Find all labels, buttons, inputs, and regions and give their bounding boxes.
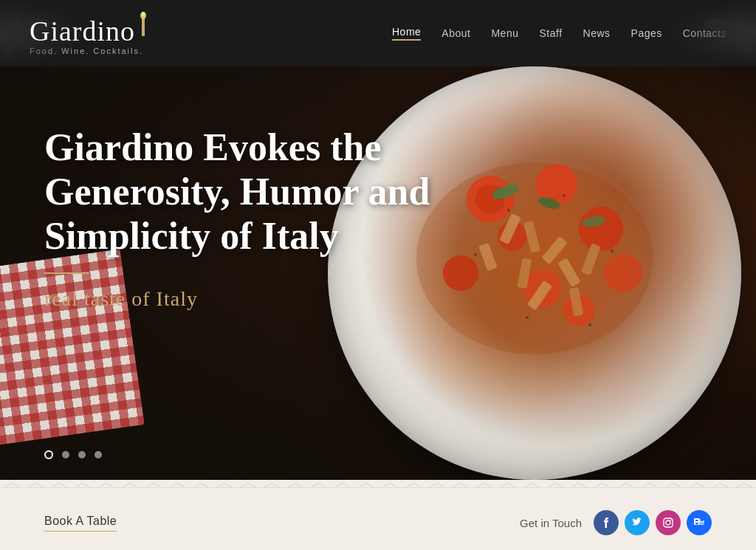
svg-point-10 bbox=[142, 12, 145, 16]
nav-news[interactable]: News bbox=[583, 27, 611, 39]
svg-point-38 bbox=[588, 323, 591, 326]
book-table-underline bbox=[44, 531, 117, 532]
slider-dot-3[interactable] bbox=[78, 451, 86, 458]
get-in-touch-label: Get in Touch bbox=[520, 517, 582, 529]
nav-staff[interactable]: Staff bbox=[539, 27, 562, 39]
twitter-icon bbox=[632, 518, 642, 528]
logo-tagline: Food. Wine. Cocktails. bbox=[30, 47, 143, 55]
svg-point-35 bbox=[611, 250, 614, 252]
hero-section: Giardino Evokes the Generosity, Humor an… bbox=[0, 66, 756, 480]
header: Giardino Food. Wine. Cocktails. Home Abo… bbox=[0, 0, 756, 66]
twitter-button[interactable] bbox=[625, 510, 650, 535]
svg-point-36 bbox=[526, 316, 529, 319]
svg-rect-8 bbox=[142, 17, 145, 36]
behance-button[interactable] bbox=[687, 510, 712, 535]
svg-point-33 bbox=[507, 209, 510, 212]
svg-point-3 bbox=[0, 14, 23, 45]
svg-point-37 bbox=[474, 253, 477, 256]
svg-point-5 bbox=[726, 24, 756, 57]
nav-contacts[interactable]: Contacts bbox=[683, 27, 726, 39]
slider-dots bbox=[44, 450, 102, 459]
get-in-touch-section: Get in Touch bbox=[520, 510, 712, 535]
main-nav: Home About Menu Staff News Pages Contact… bbox=[392, 26, 726, 41]
hero-divider bbox=[44, 272, 89, 274]
instagram-icon bbox=[663, 518, 673, 528]
footer-bar: Book A Table Get in Touch bbox=[0, 487, 756, 550]
svg-point-7 bbox=[733, 14, 756, 45]
logo-candle-icon bbox=[138, 11, 148, 41]
logo-area[interactable]: Giardino Food. Wine. Cocktails. bbox=[30, 11, 148, 55]
svg-point-1 bbox=[0, 24, 30, 57]
hero-content: Giardino Evokes the Generosity, Humor an… bbox=[44, 126, 458, 311]
logo-text: Giardino bbox=[30, 17, 135, 45]
slider-dot-2[interactable] bbox=[62, 451, 69, 458]
nav-pages[interactable]: Pages bbox=[631, 27, 662, 39]
slider-dot-1[interactable] bbox=[44, 450, 53, 459]
slider-dot-4[interactable] bbox=[94, 451, 102, 458]
svg-point-40 bbox=[666, 520, 670, 525]
nav-home[interactable]: Home bbox=[392, 26, 421, 41]
nav-menu[interactable]: Menu bbox=[491, 27, 518, 39]
svg-rect-39 bbox=[664, 518, 673, 527]
zigzag-decoration bbox=[0, 480, 756, 487]
nav-about[interactable]: About bbox=[441, 27, 470, 39]
svg-point-41 bbox=[670, 520, 672, 521]
hero-title: Giardino Evokes the Generosity, Humor an… bbox=[44, 126, 458, 258]
instagram-button[interactable] bbox=[656, 510, 681, 535]
book-table-label: Book A Table bbox=[44, 515, 117, 528]
facebook-button[interactable] bbox=[594, 510, 619, 535]
book-table-link[interactable]: Book A Table bbox=[44, 515, 117, 532]
facebook-icon bbox=[601, 518, 611, 528]
footer-bar-wrapper: Book A Table Get in Touch bbox=[0, 480, 756, 550]
behance-icon bbox=[693, 518, 705, 528]
svg-point-34 bbox=[563, 194, 566, 197]
hero-subtitle: real taste of Italy bbox=[44, 287, 458, 311]
social-icons bbox=[594, 510, 712, 535]
